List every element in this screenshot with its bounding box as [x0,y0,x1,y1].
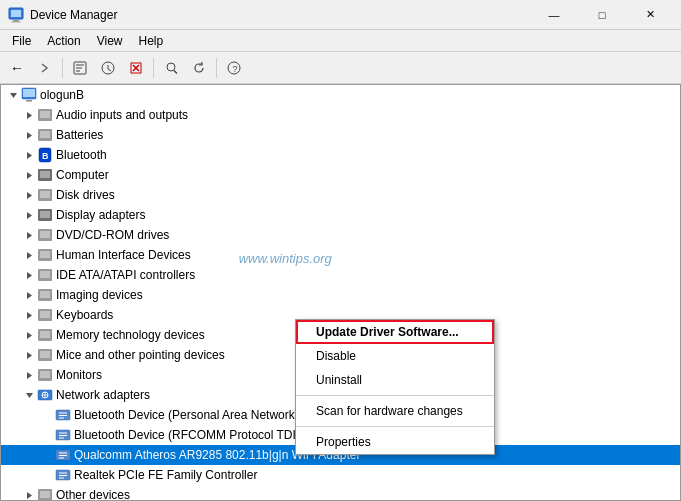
tree-item-realtek[interactable]: Realtek PCIe FE Family Controller [1,465,680,485]
tree-item-root[interactable]: ologunB [1,85,680,105]
tree-item-computer[interactable]: Computer [1,165,680,185]
tree-expand-keyboards[interactable] [21,307,37,323]
tree-item-displayadapters[interactable]: Display adapters [1,205,680,225]
tree-item-bluetooth[interactable]: BBluetooth [1,145,680,165]
context-menu-item-uninstall[interactable]: Uninstall [296,368,494,392]
context-menu-item-scan[interactable]: Scan for hardware changes [296,399,494,423]
back-button[interactable]: ← [4,55,30,81]
tree-icon-hid [37,247,53,263]
uninstall-button[interactable] [123,55,149,81]
tree-label-other: Other devices [56,488,130,501]
tree-icon-imaging [37,287,53,303]
tree-item-batteries[interactable]: Batteries [1,125,680,145]
tree-item-hid[interactable]: Human Interface Devices [1,245,680,265]
tree-expand-bt1[interactable] [39,407,55,423]
tree-label-hid: Human Interface Devices [56,248,191,262]
tree-icon-root [21,87,37,103]
tree-icon-monitors [37,367,53,383]
tree-expand-root[interactable] [5,87,21,103]
tree-icon-qualcomm [55,447,71,463]
tree-expand-bluetooth[interactable] [21,147,37,163]
tree-icon-bt1 [55,407,71,423]
close-button[interactable]: ✕ [627,0,673,30]
tree-expand-audio[interactable] [21,107,37,123]
tree-label-network: Network adapters [56,388,150,402]
svg-marker-20 [27,112,32,119]
tree-expand-memory[interactable] [21,327,37,343]
menu-item-action[interactable]: Action [39,32,88,50]
svg-marker-50 [27,312,32,319]
minimize-button[interactable]: — [531,0,577,30]
tree-expand-mice[interactable] [21,347,37,363]
tree-expand-other[interactable] [21,487,37,501]
context-menu-separator-sep1 [296,395,494,396]
title-bar: Device Manager — □ ✕ [0,0,681,30]
forward-button[interactable] [32,55,58,81]
svg-marker-59 [27,372,32,379]
tree-item-imaging[interactable]: Imaging devices [1,285,680,305]
tree-expand-computer[interactable] [21,167,37,183]
svg-rect-1 [11,10,21,17]
tree-item-other[interactable]: Other devices [1,485,680,501]
tree-expand-displayadapters[interactable] [21,207,37,223]
maximize-button[interactable]: □ [579,0,625,30]
svg-rect-25 [40,131,50,138]
tree-expand-monitors[interactable] [21,367,37,383]
tree-expand-qualcomm[interactable] [39,447,55,463]
tree-item-ide[interactable]: IDE ATA/ATAPI controllers [1,265,680,285]
svg-rect-49 [40,291,50,298]
tree-expand-network[interactable] [21,387,37,403]
tree-item-dvd[interactable]: DVD/CD-ROM drives [1,225,680,245]
menu-item-view[interactable]: View [89,32,131,50]
svg-marker-26 [27,152,32,159]
refresh-button[interactable] [186,55,212,81]
tree-icon-computer [37,167,53,183]
tree-expand-imaging[interactable] [21,287,37,303]
svg-marker-44 [27,272,32,279]
svg-rect-85 [40,491,50,498]
context-menu-separator-sep2 [296,426,494,427]
tree-label-imaging: Imaging devices [56,288,143,302]
tree-label-bt1: Bluetooth Device (Personal Area Network) [74,408,299,422]
tree-label-ide: IDE ATA/ATAPI controllers [56,268,195,282]
svg-marker-32 [27,192,32,199]
tree-expand-ide[interactable] [21,267,37,283]
tree-label-bt2: Bluetooth Device (RFCOMM Protocol TDI) [74,428,300,442]
svg-marker-41 [27,252,32,259]
svg-marker-16 [10,93,17,98]
menu-item-help[interactable]: Help [131,32,172,50]
svg-marker-53 [27,332,32,339]
svg-marker-56 [27,352,32,359]
tree-label-bluetooth: Bluetooth [56,148,107,162]
tree-expand-bt2[interactable] [39,427,55,443]
tree-label-batteries: Batteries [56,128,103,142]
tree-expand-batteries[interactable] [21,127,37,143]
tree-expand-diskdrives[interactable] [21,187,37,203]
svg-marker-83 [27,492,32,499]
svg-rect-58 [40,351,50,358]
properties-button[interactable] [67,55,93,81]
scan-button[interactable] [158,55,184,81]
tree-expand-hid[interactable] [21,247,37,263]
svg-rect-31 [40,171,50,178]
svg-marker-47 [27,292,32,299]
tree-expand-realtek[interactable] [39,467,55,483]
menu-item-file[interactable]: File [4,32,39,50]
tree-icon-diskdrives [37,187,53,203]
svg-marker-23 [27,132,32,139]
context-menu-item-update[interactable]: Update Driver Software... [296,320,494,344]
context-menu-item-disable[interactable]: Disable [296,344,494,368]
svg-marker-29 [27,172,32,179]
tree-label-keyboards: Keyboards [56,308,113,322]
tree-expand-dvd[interactable] [21,227,37,243]
update-driver-button[interactable] [95,55,121,81]
svg-rect-43 [40,251,50,258]
context-menu-item-properties[interactable]: Properties [296,430,494,454]
help-button[interactable]: ? [221,55,247,81]
svg-rect-40 [40,231,50,238]
menu-bar: FileActionViewHelp [0,30,681,52]
tree-item-diskdrives[interactable]: Disk drives [1,185,680,205]
tree-label-monitors: Monitors [56,368,102,382]
tree-label-audio: Audio inputs and outputs [56,108,188,122]
tree-item-audio[interactable]: Audio inputs and outputs [1,105,680,125]
